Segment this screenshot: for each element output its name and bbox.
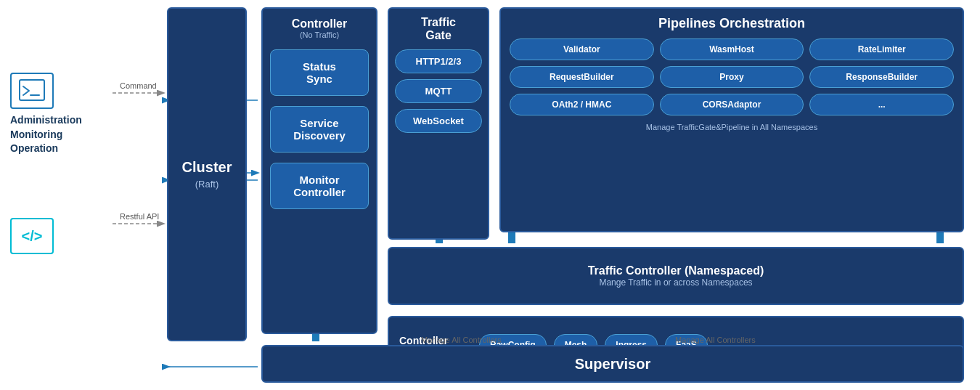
controller-notraf-box: Controller (No Traffic) Status Sync Serv…: [261, 7, 377, 334]
pipeline-ellipsis: ...: [809, 94, 954, 115]
http-box: HTTP1/2/3: [395, 49, 482, 73]
pipeline-wasmhost: WasmHost: [660, 38, 804, 60]
traffic-controller-title: Traffic Controller (Namespaced): [588, 264, 764, 277]
pipeline-responsebuilder: ResponseBuilder: [809, 66, 954, 88]
command-label: Command: [120, 81, 157, 90]
mqtt-box: MQTT: [395, 79, 482, 103]
supervisor-box: Supervisor: [261, 345, 964, 383]
controller-notraf-sub: (No Traffic): [270, 31, 369, 39]
controller-notraf-title: Controller: [270, 17, 369, 31]
admin-icon-terminal: Administration Monitoring Operation: [10, 73, 82, 156]
manage-left-label: Manage All Controllers: [421, 336, 502, 344]
restful-label: Restful API: [120, 212, 159, 221]
traffic-gate-box: Traffic Gate HTTP1/2/3 MQTT WebSocket: [388, 7, 489, 240]
admin-text: Administration Monitoring Operation: [10, 113, 82, 156]
supervisor-title: Supervisor: [575, 356, 650, 373]
mqtt-label: MQTT: [425, 86, 452, 97]
websocket-box: WebSocket: [395, 109, 482, 133]
status-sync-box: Status Sync: [270, 49, 369, 96]
service-discovery-label: Service Discovery: [277, 117, 362, 142]
traffic-controller-manage: Mange Traffic in or across Namespaces: [588, 277, 764, 288]
cluster-box: Cluster (Raft): [167, 7, 247, 341]
traffic-gate-title: Traffic Gate: [395, 16, 482, 42]
cluster-subtitle: (Raft): [195, 179, 219, 190]
pipelines-grid: Validator WasmHost RateLimiter RequestBu…: [510, 38, 954, 115]
status-sync-label: Status Sync: [277, 60, 362, 85]
monitor-controller-label: Monitor Controller: [277, 174, 362, 198]
admin-api-icon: </>: [10, 203, 54, 259]
svg-rect-15: [20, 80, 44, 100]
http-label: HTTP1/2/3: [416, 56, 462, 67]
pipelines-manage-text: Manage TrafficGate&Pipeline in All Names…: [510, 123, 954, 131]
manage-right-label: Manage All Controllers: [675, 336, 756, 344]
pipeline-requestbuilder: RequestBuilder: [510, 66, 654, 88]
pipeline-validator: Validator: [510, 38, 654, 60]
monitor-controller-box: Monitor Controller: [270, 163, 369, 209]
pipeline-ratelimiter: RateLimiter: [809, 38, 954, 60]
pipelines-title: Pipelines Orchestration: [510, 16, 954, 31]
traffic-controller-box: Traffic Controller (Namespaced) Mange Tr…: [388, 247, 964, 305]
pipeline-proxy: Proxy: [660, 66, 804, 88]
cluster-title: Cluster: [182, 159, 232, 176]
pipeline-corsadaptor: CORSAdaptor: [660, 94, 804, 115]
pipeline-oauth2: OAth2 / HMAC: [510, 94, 654, 115]
service-discovery-box: Service Discovery: [270, 106, 369, 153]
websocket-label: WebSocket: [413, 115, 464, 126]
pipelines-box: Pipelines Orchestration Validator WasmHo…: [499, 7, 964, 232]
